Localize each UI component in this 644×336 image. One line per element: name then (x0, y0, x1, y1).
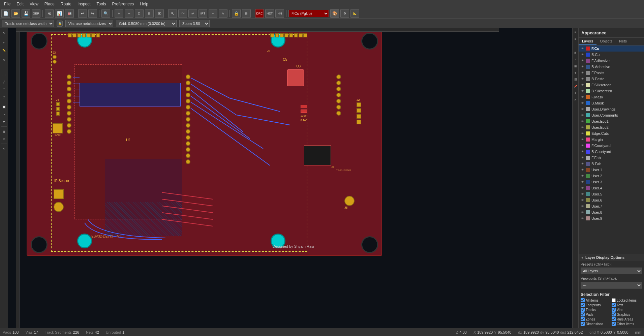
layer-color-swatch[interactable] (586, 89, 590, 93)
layer-select[interactable]: F.Cu (PgUp) (288, 10, 329, 17)
layer-item-edge-cuts[interactable]: 👁 Edge.Cuts (579, 130, 644, 136)
sel-checkbox-text[interactable] (612, 303, 616, 307)
measure-tool[interactable]: 📏 (1, 47, 7, 54)
sel-checkbox-vias[interactable] (612, 308, 616, 312)
layer-color-swatch[interactable] (586, 216, 590, 220)
layer-item-f-paste[interactable]: 👁 F.Paste (579, 70, 644, 76)
menu-help[interactable]: Help (137, 1, 151, 7)
poly-tool[interactable]: ⬡ (1, 94, 7, 100)
layer-color-swatch[interactable] (586, 107, 590, 111)
dimension-tool[interactable]: ←→ (1, 71, 7, 78)
interactive-router-button[interactable]: IRT (198, 9, 207, 18)
layer-item-user-2[interactable]: 👁 User.2 (579, 173, 644, 179)
layer-item-b-courtyard[interactable]: 👁 B.Courtyard (579, 149, 644, 155)
layer-item-user-4[interactable]: 👁 User.4 (579, 185, 644, 191)
via-tool[interactable]: ◎ (1, 135, 7, 142)
layer-item-b-fab[interactable]: 👁 B.Fab (579, 161, 644, 167)
layer-item-b-silkscreen[interactable]: 👁 B.Silkscreen (579, 88, 644, 94)
design-rules-button[interactable]: ⚙ (340, 9, 349, 18)
text-tool[interactable]: T (1, 64, 7, 71)
layer-item-user-9[interactable]: 👁 User.9 (579, 215, 644, 221)
layer-item-user-1[interactable]: 👁 User.1 (579, 167, 644, 173)
pad-tool[interactable]: ⊙ (1, 57, 7, 63)
layer-item-f-courtyard[interactable]: 👁 F.Courtyard (579, 143, 644, 149)
layer-item-user-eco2[interactable]: 👁 User.Eco2 (579, 124, 644, 130)
new-button[interactable]: 📄 (1, 9, 10, 18)
layer-color-swatch[interactable] (586, 83, 590, 87)
layer-color-swatch[interactable] (586, 77, 590, 81)
arc-tool[interactable]: ⌒ (1, 86, 7, 93)
grid-select[interactable]: Grid: 0.5080 mm (0.0200 in) (116, 20, 177, 27)
layer-color-swatch[interactable] (586, 65, 590, 69)
layer-color-swatch[interactable] (586, 131, 590, 135)
zoom-select-button[interactable]: ⊞ (145, 9, 154, 18)
zoom-3d-button[interactable]: 3D (155, 9, 164, 18)
sel-checkbox-footprints[interactable] (581, 303, 585, 307)
layer-color-swatch[interactable] (586, 125, 590, 129)
drc-button[interactable]: DRC (255, 9, 264, 18)
viewports-select[interactable]: --- (581, 282, 642, 288)
zoom-fit-button[interactable]: ⊡ (135, 9, 144, 18)
tab-layers[interactable]: Layers (579, 38, 596, 45)
layer-item-f-adhesive[interactable]: 👁 F.Adhesive (579, 58, 644, 64)
highlight-net-button[interactable]: HN (275, 9, 284, 18)
layer-color-swatch[interactable] (586, 59, 590, 63)
via-size-select[interactable]: Via: use netclass sizes (65, 20, 113, 27)
layer-item-user-3[interactable]: 👁 User.3 (579, 179, 644, 185)
footprint-tool[interactable]: 🔲 (1, 103, 7, 110)
layer-color-btn[interactable]: 🎨 (330, 9, 339, 18)
sel-checkbox-graphics[interactable] (612, 312, 616, 316)
layer-color-swatch[interactable] (586, 95, 590, 99)
highlight-tool[interactable]: ✦ (1, 39, 7, 46)
layer-color-swatch[interactable] (586, 186, 590, 190)
tab-objects[interactable]: Objects (596, 38, 616, 45)
zone-rt[interactable]: ▦ (573, 63, 578, 69)
layers-rt[interactable]: ≡ (573, 36, 578, 42)
sel-checkbox-tracks[interactable] (581, 308, 585, 312)
pcb-board[interactable]: J1 J3 (27, 30, 382, 256)
menu-preferences[interactable]: Preferences (110, 1, 137, 7)
image-rt[interactable]: 🖼 (573, 77, 578, 82)
layer-color-swatch[interactable] (586, 198, 590, 202)
layer-item-b-adhesive[interactable]: 👁 B.Adhesive (579, 64, 644, 70)
menu-inspect[interactable]: Inspect (75, 1, 93, 7)
menu-file[interactable]: File (1, 1, 13, 7)
layer-color-swatch[interactable] (586, 144, 590, 148)
flip-rt[interactable]: ↕ (573, 57, 578, 62)
update-pcb-button[interactable]: NET (265, 9, 274, 18)
track-width-lock[interactable]: 🔒 (57, 21, 63, 27)
menu-edit[interactable]: Edit (14, 1, 26, 7)
tab-nets[interactable]: Nets (616, 38, 630, 45)
layer-item-f-fab[interactable]: 👁 F.Fab (579, 155, 644, 161)
layer-color-swatch[interactable] (586, 156, 590, 160)
layer-item-margin[interactable]: 👁 Margin (579, 136, 644, 143)
layer-item-user-6[interactable]: 👁 User.6 (579, 197, 644, 203)
presets-select[interactable]: All Layers (581, 268, 642, 274)
group-button[interactable]: ⊞ (242, 9, 251, 18)
open-button[interactable]: 📂 (11, 9, 20, 18)
menu-tools[interactable]: Tools (94, 1, 109, 7)
route-diff-tool[interactable]: ⇄ (1, 118, 7, 125)
save-button[interactable]: 💾 (22, 9, 30, 18)
menu-route[interactable]: Route (58, 1, 74, 7)
zoom-in-button[interactable]: + (115, 9, 123, 18)
plot-button[interactable]: 📊 (55, 9, 64, 18)
sel-checkbox-locked-items[interactable] (612, 298, 616, 302)
pcb-canvas-area[interactable]: J1 J3 (8, 28, 572, 328)
sel-checkbox-zones[interactable] (581, 317, 585, 321)
layer-display-options-header[interactable]: ▼ Layer Display Options (579, 254, 644, 261)
layer-color-swatch[interactable] (586, 168, 590, 172)
layer-color-swatch[interactable] (586, 138, 590, 142)
zoom-select[interactable]: Zoom 3.50 (179, 20, 210, 27)
ratsnest-rt[interactable]: ⋯ (573, 43, 578, 49)
pin-rt[interactable]: 📌 (573, 84, 578, 89)
board-setup-button[interactable]: 📐 (350, 9, 359, 18)
layer-item-b-paste[interactable]: 👁 B.Paste (579, 76, 644, 82)
layer-item-b-mask[interactable]: 👁 B.Mask (579, 100, 644, 106)
layer-color-swatch[interactable] (586, 119, 590, 123)
layer-item-user-eco1[interactable]: 👁 User.Eco1 (579, 118, 644, 124)
layer-color-swatch[interactable] (586, 192, 590, 196)
route-single-tool[interactable]: 〜 (1, 111, 7, 118)
layer-color-swatch[interactable] (586, 210, 590, 214)
layer-item-f-mask[interactable]: 👁 F.Mask (579, 94, 644, 100)
